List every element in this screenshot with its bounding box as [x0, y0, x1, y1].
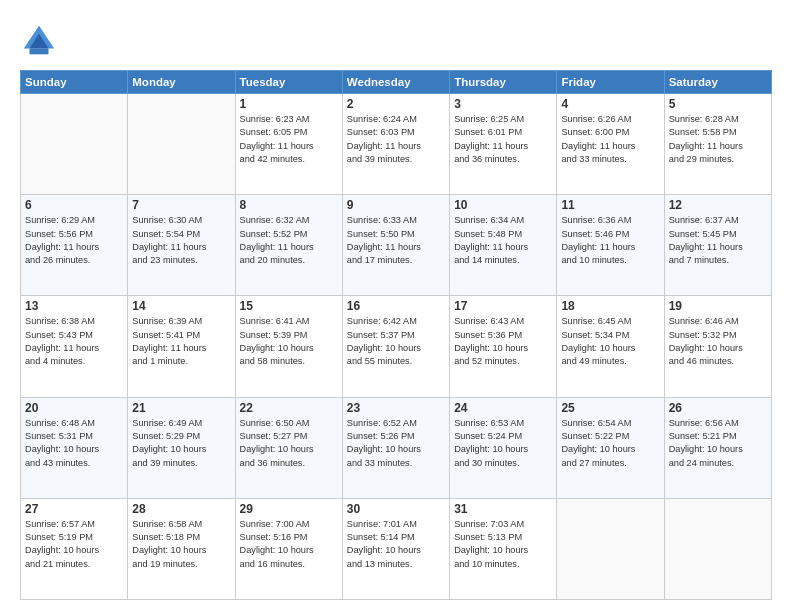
calendar-week-3: 13Sunrise: 6:38 AM Sunset: 5:43 PM Dayli…: [21, 296, 772, 397]
cell-content: Sunrise: 6:53 AM Sunset: 5:24 PM Dayligh…: [454, 417, 552, 470]
calendar-cell: 12Sunrise: 6:37 AM Sunset: 5:45 PM Dayli…: [664, 195, 771, 296]
calendar-cell: 1Sunrise: 6:23 AM Sunset: 6:05 PM Daylig…: [235, 94, 342, 195]
cell-content: Sunrise: 6:58 AM Sunset: 5:18 PM Dayligh…: [132, 518, 230, 571]
cell-content: Sunrise: 6:46 AM Sunset: 5:32 PM Dayligh…: [669, 315, 767, 368]
cell-content: Sunrise: 6:49 AM Sunset: 5:29 PM Dayligh…: [132, 417, 230, 470]
calendar-cell: 15Sunrise: 6:41 AM Sunset: 5:39 PM Dayli…: [235, 296, 342, 397]
calendar-week-1: 1Sunrise: 6:23 AM Sunset: 6:05 PM Daylig…: [21, 94, 772, 195]
calendar-cell: 4Sunrise: 6:26 AM Sunset: 6:00 PM Daylig…: [557, 94, 664, 195]
calendar-cell: 21Sunrise: 6:49 AM Sunset: 5:29 PM Dayli…: [128, 397, 235, 498]
calendar-header-saturday: Saturday: [664, 71, 771, 94]
calendar-table: SundayMondayTuesdayWednesdayThursdayFrid…: [20, 70, 772, 600]
day-number: 16: [347, 299, 445, 313]
day-number: 26: [669, 401, 767, 415]
calendar-header-row: SundayMondayTuesdayWednesdayThursdayFrid…: [21, 71, 772, 94]
day-number: 23: [347, 401, 445, 415]
day-number: 12: [669, 198, 767, 212]
cell-content: Sunrise: 6:36 AM Sunset: 5:46 PM Dayligh…: [561, 214, 659, 267]
calendar-header-tuesday: Tuesday: [235, 71, 342, 94]
calendar-week-4: 20Sunrise: 6:48 AM Sunset: 5:31 PM Dayli…: [21, 397, 772, 498]
calendar-week-2: 6Sunrise: 6:29 AM Sunset: 5:56 PM Daylig…: [21, 195, 772, 296]
day-number: 27: [25, 502, 123, 516]
calendar-cell: 5Sunrise: 6:28 AM Sunset: 5:58 PM Daylig…: [664, 94, 771, 195]
calendar-cell: 17Sunrise: 6:43 AM Sunset: 5:36 PM Dayli…: [450, 296, 557, 397]
cell-content: Sunrise: 6:33 AM Sunset: 5:50 PM Dayligh…: [347, 214, 445, 267]
cell-content: Sunrise: 6:23 AM Sunset: 6:05 PM Dayligh…: [240, 113, 338, 166]
calendar-cell: 23Sunrise: 6:52 AM Sunset: 5:26 PM Dayli…: [342, 397, 449, 498]
day-number: 30: [347, 502, 445, 516]
cell-content: Sunrise: 6:34 AM Sunset: 5:48 PM Dayligh…: [454, 214, 552, 267]
day-number: 22: [240, 401, 338, 415]
calendar-cell: 6Sunrise: 6:29 AM Sunset: 5:56 PM Daylig…: [21, 195, 128, 296]
cell-content: Sunrise: 6:50 AM Sunset: 5:27 PM Dayligh…: [240, 417, 338, 470]
day-number: 3: [454, 97, 552, 111]
cell-content: Sunrise: 7:03 AM Sunset: 5:13 PM Dayligh…: [454, 518, 552, 571]
cell-content: Sunrise: 7:01 AM Sunset: 5:14 PM Dayligh…: [347, 518, 445, 571]
day-number: 21: [132, 401, 230, 415]
calendar-header-friday: Friday: [557, 71, 664, 94]
calendar-cell: 9Sunrise: 6:33 AM Sunset: 5:50 PM Daylig…: [342, 195, 449, 296]
day-number: 19: [669, 299, 767, 313]
calendar-cell: 19Sunrise: 6:46 AM Sunset: 5:32 PM Dayli…: [664, 296, 771, 397]
calendar-cell: 29Sunrise: 7:00 AM Sunset: 5:16 PM Dayli…: [235, 498, 342, 599]
calendar-header-sunday: Sunday: [21, 71, 128, 94]
calendar-cell: 24Sunrise: 6:53 AM Sunset: 5:24 PM Dayli…: [450, 397, 557, 498]
day-number: 9: [347, 198, 445, 212]
day-number: 17: [454, 299, 552, 313]
day-number: 24: [454, 401, 552, 415]
day-number: 13: [25, 299, 123, 313]
cell-content: Sunrise: 6:54 AM Sunset: 5:22 PM Dayligh…: [561, 417, 659, 470]
logo-icon: [20, 22, 58, 60]
day-number: 20: [25, 401, 123, 415]
calendar-cell: 31Sunrise: 7:03 AM Sunset: 5:13 PM Dayli…: [450, 498, 557, 599]
cell-content: Sunrise: 6:56 AM Sunset: 5:21 PM Dayligh…: [669, 417, 767, 470]
cell-content: Sunrise: 6:41 AM Sunset: 5:39 PM Dayligh…: [240, 315, 338, 368]
calendar-cell: 16Sunrise: 6:42 AM Sunset: 5:37 PM Dayli…: [342, 296, 449, 397]
calendar-cell: 3Sunrise: 6:25 AM Sunset: 6:01 PM Daylig…: [450, 94, 557, 195]
calendar-cell: 14Sunrise: 6:39 AM Sunset: 5:41 PM Dayli…: [128, 296, 235, 397]
cell-content: Sunrise: 6:38 AM Sunset: 5:43 PM Dayligh…: [25, 315, 123, 368]
calendar-cell: 13Sunrise: 6:38 AM Sunset: 5:43 PM Dayli…: [21, 296, 128, 397]
cell-content: Sunrise: 6:25 AM Sunset: 6:01 PM Dayligh…: [454, 113, 552, 166]
calendar-cell: 8Sunrise: 6:32 AM Sunset: 5:52 PM Daylig…: [235, 195, 342, 296]
calendar-cell: 11Sunrise: 6:36 AM Sunset: 5:46 PM Dayli…: [557, 195, 664, 296]
day-number: 10: [454, 198, 552, 212]
day-number: 25: [561, 401, 659, 415]
cell-content: Sunrise: 6:39 AM Sunset: 5:41 PM Dayligh…: [132, 315, 230, 368]
day-number: 5: [669, 97, 767, 111]
calendar-cell: 2Sunrise: 6:24 AM Sunset: 6:03 PM Daylig…: [342, 94, 449, 195]
calendar-cell: 18Sunrise: 6:45 AM Sunset: 5:34 PM Dayli…: [557, 296, 664, 397]
calendar-header-wednesday: Wednesday: [342, 71, 449, 94]
calendar-cell: 20Sunrise: 6:48 AM Sunset: 5:31 PM Dayli…: [21, 397, 128, 498]
calendar-cell: 26Sunrise: 6:56 AM Sunset: 5:21 PM Dayli…: [664, 397, 771, 498]
cell-content: Sunrise: 6:52 AM Sunset: 5:26 PM Dayligh…: [347, 417, 445, 470]
day-number: 18: [561, 299, 659, 313]
cell-content: Sunrise: 6:26 AM Sunset: 6:00 PM Dayligh…: [561, 113, 659, 166]
logo: [20, 22, 64, 60]
calendar-cell: 30Sunrise: 7:01 AM Sunset: 5:14 PM Dayli…: [342, 498, 449, 599]
cell-content: Sunrise: 6:37 AM Sunset: 5:45 PM Dayligh…: [669, 214, 767, 267]
cell-content: Sunrise: 6:48 AM Sunset: 5:31 PM Dayligh…: [25, 417, 123, 470]
day-number: 11: [561, 198, 659, 212]
cell-content: Sunrise: 6:57 AM Sunset: 5:19 PM Dayligh…: [25, 518, 123, 571]
calendar-cell: 22Sunrise: 6:50 AM Sunset: 5:27 PM Dayli…: [235, 397, 342, 498]
svg-rect-2: [30, 49, 49, 55]
cell-content: Sunrise: 6:42 AM Sunset: 5:37 PM Dayligh…: [347, 315, 445, 368]
calendar-header-monday: Monday: [128, 71, 235, 94]
day-number: 28: [132, 502, 230, 516]
cell-content: Sunrise: 6:29 AM Sunset: 5:56 PM Dayligh…: [25, 214, 123, 267]
day-number: 31: [454, 502, 552, 516]
cell-content: Sunrise: 6:45 AM Sunset: 5:34 PM Dayligh…: [561, 315, 659, 368]
calendar-week-5: 27Sunrise: 6:57 AM Sunset: 5:19 PM Dayli…: [21, 498, 772, 599]
day-number: 4: [561, 97, 659, 111]
calendar-cell: [128, 94, 235, 195]
day-number: 14: [132, 299, 230, 313]
day-number: 2: [347, 97, 445, 111]
day-number: 7: [132, 198, 230, 212]
calendar-cell: 28Sunrise: 6:58 AM Sunset: 5:18 PM Dayli…: [128, 498, 235, 599]
cell-content: Sunrise: 6:43 AM Sunset: 5:36 PM Dayligh…: [454, 315, 552, 368]
calendar-header-thursday: Thursday: [450, 71, 557, 94]
cell-content: Sunrise: 6:32 AM Sunset: 5:52 PM Dayligh…: [240, 214, 338, 267]
day-number: 1: [240, 97, 338, 111]
day-number: 29: [240, 502, 338, 516]
